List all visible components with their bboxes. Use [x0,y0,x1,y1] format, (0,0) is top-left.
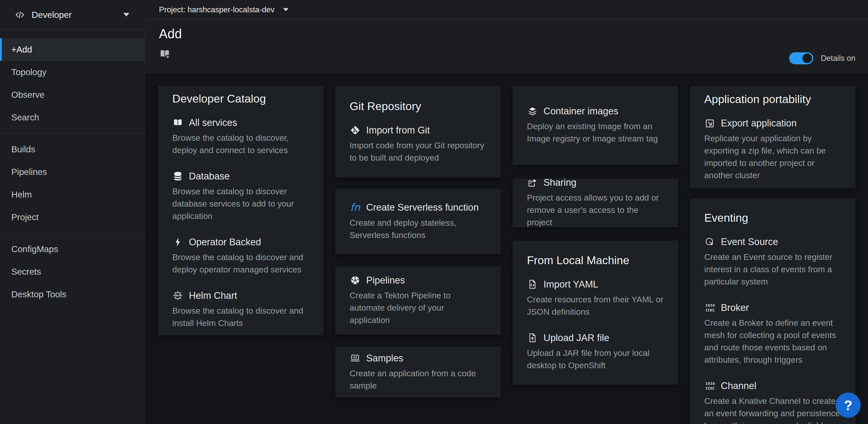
item-link-pipelines[interactable]: Pipelines [350,275,487,286]
export-icon [704,118,715,129]
item-title-create-serverless-function: Create Serverless function [366,202,479,213]
card-item-pipelines: Pipelines Create a Tekton Pipeline to au… [350,275,487,326]
file-code-icon [527,279,538,289]
item-link-database[interactable]: Database [172,171,309,182]
perspective-switcher[interactable]: Developer [0,0,145,30]
sidebar-item-add[interactable]: +Add [0,38,145,61]
sidebar-item-helm[interactable]: Helm [0,183,145,206]
add-page-body: Developer Catalog All services Browse th… [146,74,868,424]
item-description-import-yaml: Create resources from their YAML or JSON… [527,293,664,318]
sidebar-item-secrets[interactable]: Secrets [0,260,145,283]
event-source-icon [704,237,715,247]
share-icon [527,178,538,188]
card-item-helm-chart: HELM Helm Chart Browse the catalog to di… [172,290,309,329]
page-title: Add [159,26,182,41]
item-link-broker[interactable]: IOIOIIOII Broker [704,302,841,313]
sidebar-item-builds[interactable]: Builds [0,138,145,161]
card-item-import-from-git: Import from Git Import code from your Gi… [350,125,487,164]
item-description-upload-jar-file: Upload a JAR file from your local deskto… [527,347,664,371]
chevron-down-icon [123,13,129,17]
card-column-1: Developer Catalog All services Browse th… [158,86,323,424]
card-title-application-portability: Application portability [704,93,841,106]
item-link-create-serverless-function[interactable]: fn Create Serverless function [350,202,487,213]
tekton-icon [350,275,361,285]
item-link-upload-jar-file[interactable]: Upload JAR file [527,333,664,343]
function-icon: fn [350,202,361,213]
sidebar-item-configmaps[interactable]: ConfigMaps [0,238,145,260]
card-item-channel: IOIOIIOII Channel Create a Knative Chann… [704,380,841,424]
item-title-pipelines: Pipelines [366,275,405,286]
item-link-samples[interactable]: Samples [350,353,487,364]
details-toggle-label: Details on [821,54,856,63]
card-item-event-source: Event Source Create an Event source to r… [704,236,841,288]
card-item-container-images: Container images Deploy an existing Imag… [527,106,664,145]
item-title-import-from-git: Import from Git [366,125,430,136]
channel-icon: IOIOIIOII [704,381,715,391]
layers-icon [527,106,538,117]
card-item-samples: Samples Create an application from a cod… [350,353,487,392]
nav-group-divider [0,133,145,134]
card-from-local-machine: From Local Machine Import YAML Create re… [513,241,678,385]
svg-text:IIOII: IIOII [706,386,715,390]
item-title-broker: Broker [721,302,749,313]
broker-icon: IOIOIIOII [704,303,715,313]
quickstarts-book-plus-icon[interactable] [159,48,172,61]
card-item-operator-backed: Operator Backed Browse the catalog to di… [172,237,309,276]
masthead: Project: harshcasper-localsta-dev [146,0,868,20]
sidebar-item-observe[interactable]: Observe [0,83,145,106]
item-link-import-from-git[interactable]: Import from Git [350,125,487,136]
item-link-export-application[interactable]: Export application [704,118,841,129]
card-pipelines: Pipelines Create a Tekton Pipeline to au… [335,266,501,335]
toggle-knob [802,54,812,63]
project-selector[interactable]: Project: harshcasper-localsta-dev [159,5,288,14]
card-title-git-repository: Git Repository [350,100,487,113]
book-icon [172,117,183,128]
card-samples: Samples Create an application from a cod… [335,347,501,398]
item-link-all-services[interactable]: All services [172,117,309,128]
help-button[interactable]: ? [836,393,861,418]
item-title-samples: Samples [366,353,403,364]
perspective-label: Developer [32,10,72,20]
git-icon [350,125,361,136]
item-link-channel[interactable]: IOIOIIOII Channel [704,380,841,391]
sidebar-item-pipelines[interactable]: Pipelines [0,161,145,183]
details-toggle[interactable] [789,52,813,64]
sidebar-item-project[interactable]: Project [0,206,145,228]
item-description-create-serverless-function: Create and deploy stateless, Serverless … [350,217,487,241]
item-link-import-yaml[interactable]: Import YAML [527,279,664,290]
item-title-all-services: All services [189,117,237,128]
item-link-operator-backed[interactable]: Operator Backed [172,237,309,248]
card-item-export-application: Export application Replicate your applic… [704,118,841,181]
sidebar-nav: +AddTopologyObserveSearchBuildsPipelines… [0,30,145,306]
sidebar-item-topology[interactable]: Topology [0,61,145,83]
card-git-repository: Git Repository Import from Git Import co… [335,86,501,177]
item-link-container-images[interactable]: Container images [527,106,664,117]
item-title-import-yaml: Import YAML [544,279,598,290]
item-description-sharing: Project access allows you to add or remo… [527,192,664,227]
item-link-helm-chart[interactable]: HELM Helm Chart [172,290,309,301]
card-sharing: Sharing Project access allows you to add… [513,178,678,227]
card-item-upload-jar-file: Upload JAR file Upload a JAR file from y… [527,333,664,371]
card-item-database: Database Browse the catalog to discover … [172,171,309,222]
sidebar-item-search[interactable]: Search [0,106,145,129]
item-link-event-source[interactable]: Event Source [704,236,841,247]
database-icon [172,171,183,181]
item-description-samples: Create an application from a code sample [350,367,487,392]
item-title-upload-jar-file: Upload JAR file [544,333,609,343]
item-description-all-services: Browse the catalog to discover, deploy a… [172,132,309,156]
project-selector-label: Project: harshcasper-localsta-dev [159,5,275,14]
details-toggle-group: Details on [789,52,856,64]
item-description-channel: Create a Knative Channel to create an ev… [704,395,841,424]
card-title-eventing: Eventing [704,211,841,224]
page-header: Add Details on [146,20,868,74]
card-item-import-yaml: Import YAML Create resources from their … [527,279,664,318]
item-description-database: Browse the catalog to discover database … [172,185,309,222]
card-eventing: Eventing Event Source Create an Event so… [690,198,856,424]
card-columns: Developer Catalog All services Browse th… [158,86,858,424]
item-title-sharing: Sharing [544,178,577,188]
chevron-down-icon [275,8,288,11]
item-link-sharing[interactable]: Sharing [527,178,664,188]
sidebar-item-desktop-tools[interactable]: Desktop Tools [0,283,145,306]
svg-text:IOIO: IOIO [706,303,715,307]
item-description-export-application: Replicate your application by exporting … [704,132,841,181]
